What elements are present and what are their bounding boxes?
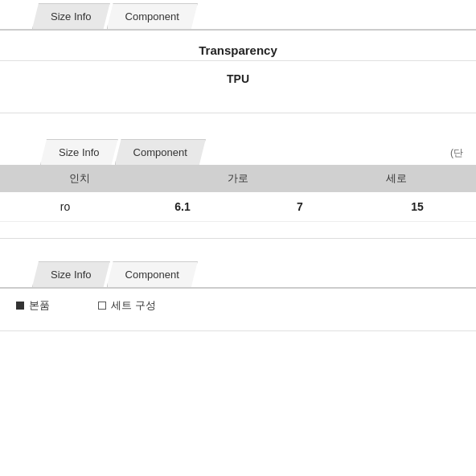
- tab-bar-3: Size Info Component: [0, 258, 476, 289]
- section-size-info: Size Info Component (단 인치 가로 세로 ro 6.1 7…: [0, 133, 476, 239]
- component-bonpum: 본품: [16, 298, 50, 313]
- section-component: Size Info Component 본품 세트 구성: [0, 258, 476, 331]
- row-height: 15: [359, 200, 476, 213]
- component-items: 본품 세트 구성: [0, 289, 476, 322]
- row-name: ro: [0, 200, 124, 213]
- unit-label: (단: [450, 146, 463, 160]
- row-width: 7: [241, 200, 359, 213]
- table-header: 인치 가로 세로: [0, 165, 476, 192]
- tab-bar-2: Size Info Component (단: [0, 133, 476, 165]
- row-inch: 6.1: [124, 200, 241, 213]
- tab-bar-1: Size Info Component: [0, 0, 476, 31]
- col-header-inch: 인치: [0, 171, 158, 186]
- tab-size-info-1[interactable]: Size Info: [32, 3, 110, 29]
- tab-size-info-3[interactable]: Size Info: [32, 261, 110, 287]
- tab-component-1[interactable]: Component: [107, 3, 198, 29]
- section-transparency: Size Info Component Transparency TPU: [0, 0, 476, 113]
- tpu-label: TPU: [0, 61, 476, 96]
- tab-component-3[interactable]: Component: [107, 261, 198, 287]
- tab-component-2[interactable]: Component: [115, 139, 206, 165]
- table-row: ro 6.1 7 15: [0, 192, 476, 222]
- tab-size-info-2[interactable]: Size Info: [40, 139, 118, 165]
- col-header-height: 세로: [318, 171, 476, 186]
- component-set: 세트 구성: [98, 298, 156, 313]
- bullet-empty-icon: [98, 302, 106, 310]
- bullet-filled-icon: [16, 302, 24, 310]
- col-header-width: 가로: [158, 171, 317, 186]
- transparency-heading: Transparency: [0, 31, 476, 61]
